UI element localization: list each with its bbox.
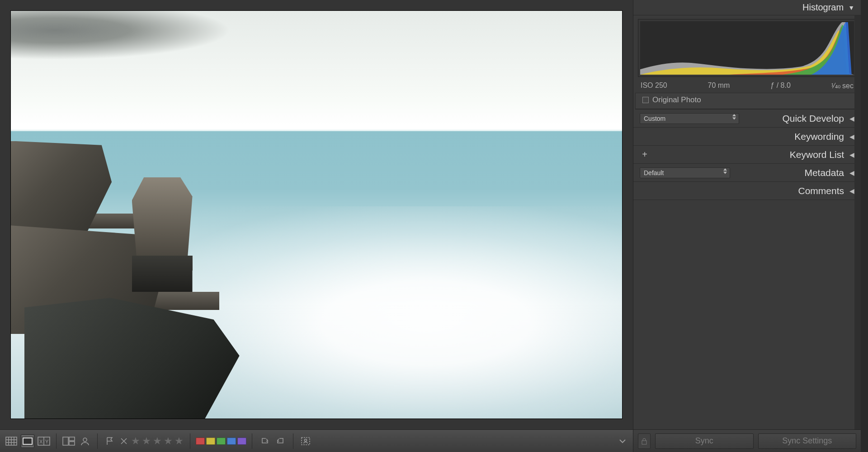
collapse-icon: ▼ xyxy=(848,4,854,11)
svg-point-15 xyxy=(83,438,87,442)
flag-reject-button[interactable] xyxy=(119,434,128,448)
face-region-button[interactable] xyxy=(299,434,312,448)
chevron-left-icon: ◀ xyxy=(849,133,854,140)
right-panel-scrollbar[interactable] xyxy=(854,15,861,429)
quick-develop-label: Quick Develop xyxy=(782,113,844,124)
star-1[interactable]: ★ xyxy=(131,435,141,447)
star-5[interactable]: ★ xyxy=(175,435,184,447)
metadata-label: Metadata xyxy=(804,167,844,178)
histogram[interactable] xyxy=(638,19,856,77)
right-panel: Histogram ▼ ISO 250 70 mm ƒ / 8.0 ¹⁄₄₀ s… xyxy=(633,0,861,452)
original-photo-checkbox[interactable] xyxy=(642,97,649,103)
image-viewport xyxy=(0,0,633,429)
label-blue[interactable] xyxy=(227,438,236,445)
quick-develop-preset-value: Custom xyxy=(644,115,665,122)
svg-rect-12 xyxy=(63,437,68,445)
section-keyword-list[interactable]: + Keyword List ◀ xyxy=(633,146,861,164)
keyword-list-label: Keyword List xyxy=(790,149,844,160)
sync-settings-button[interactable]: Sync Settings xyxy=(758,433,857,449)
rotate-cw-button[interactable] xyxy=(274,434,288,448)
metadata-preset-dropdown[interactable]: Default xyxy=(640,167,730,178)
metadata-preset-value: Default xyxy=(644,169,664,176)
chevron-left-icon: ◀ xyxy=(849,151,854,158)
svg-rect-14 xyxy=(69,442,75,445)
meta-aperture: ƒ / 8.0 xyxy=(770,81,790,90)
histogram-header[interactable]: Histogram ▼ xyxy=(633,0,861,15)
section-metadata[interactable]: Default Metadata ◀ xyxy=(633,164,861,182)
flag-pick-button[interactable] xyxy=(103,434,117,448)
star-3[interactable]: ★ xyxy=(153,435,163,447)
section-keywording[interactable]: Keywording ◀ xyxy=(633,128,861,146)
exposure-meta: ISO 250 70 mm ƒ / 8.0 ¹⁄₄₀ sec xyxy=(633,80,861,93)
photo-preview[interactable] xyxy=(11,11,622,419)
svg-rect-7 xyxy=(24,438,32,444)
cloud xyxy=(11,11,231,60)
color-labels xyxy=(196,438,246,445)
add-keyword-button[interactable]: + xyxy=(640,149,650,160)
toolbar: XY ★★★★★ xyxy=(0,429,633,452)
chevron-left-icon: ◀ xyxy=(849,169,854,176)
quick-develop-preset-dropdown[interactable]: Custom xyxy=(640,113,739,124)
rocks xyxy=(11,117,347,419)
compare-view-button[interactable]: XY xyxy=(37,434,51,448)
keywording-label: Keywording xyxy=(794,131,844,142)
comments-label: Comments xyxy=(798,186,844,196)
original-photo-row[interactable]: Original Photo xyxy=(635,93,859,109)
label-red[interactable] xyxy=(196,438,205,445)
right-panel-footer: Sync Sync Settings xyxy=(633,429,861,452)
label-yellow[interactable] xyxy=(206,438,215,445)
label-purple[interactable] xyxy=(237,438,246,445)
chevron-left-icon: ◀ xyxy=(849,115,854,122)
chevron-left-icon: ◀ xyxy=(849,187,854,195)
right-edge-gutter xyxy=(861,0,868,452)
rating-stars[interactable]: ★★★★★ xyxy=(131,435,184,447)
label-green[interactable] xyxy=(217,438,226,445)
survey-view-button[interactable] xyxy=(62,434,75,448)
people-view-button[interactable] xyxy=(78,434,92,448)
sync-button[interactable]: Sync xyxy=(655,433,754,449)
svg-rect-13 xyxy=(69,437,75,441)
rotate-ccw-button[interactable] xyxy=(258,434,271,448)
star-2[interactable]: ★ xyxy=(142,435,152,447)
loupe-view-button[interactable] xyxy=(21,434,34,448)
meta-shutter: ¹⁄₄₀ sec xyxy=(831,81,854,90)
main-column: XY ★★★★★ xyxy=(0,0,633,452)
svg-text:Y: Y xyxy=(45,439,49,444)
section-comments[interactable]: Comments ◀ xyxy=(633,182,861,200)
svg-text:X: X xyxy=(39,439,43,444)
histogram-title: Histogram xyxy=(802,2,844,13)
grid-view-button[interactable] xyxy=(5,434,18,448)
meta-focal: 70 mm xyxy=(708,81,730,90)
star-4[interactable]: ★ xyxy=(164,435,174,447)
svg-point-19 xyxy=(305,439,307,441)
section-quick-develop[interactable]: Custom Quick Develop ◀ xyxy=(633,109,861,128)
meta-iso: ISO 250 xyxy=(641,81,667,90)
toolbar-menu-button[interactable] xyxy=(617,435,628,447)
sync-lock-button[interactable] xyxy=(638,433,651,449)
original-photo-label: Original Photo xyxy=(652,95,701,105)
svg-rect-20 xyxy=(642,441,646,444)
